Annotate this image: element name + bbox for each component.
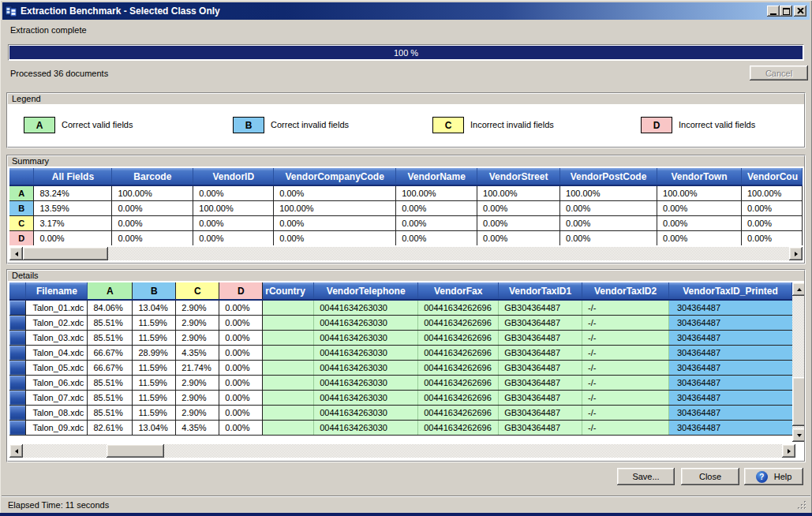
details-cell <box>263 345 314 360</box>
summary-cell: 0.00% <box>560 215 657 230</box>
details-scroll-right-button[interactable] <box>782 444 795 458</box>
details-row: Talon_01.xdc84.06%13.04%2.90%0.00%004416… <box>9 300 792 315</box>
row-selector[interactable] <box>9 300 26 315</box>
details-column-header: rCountry <box>263 282 314 300</box>
summary-scroll-right-button[interactable] <box>789 247 803 260</box>
row-selector[interactable] <box>9 315 26 330</box>
summary-hscrollbar[interactable] <box>9 247 803 260</box>
status-bar: Elapsed Time: 11 seconds <box>2 495 810 512</box>
details-cell: 2.90% <box>176 300 219 315</box>
details-cell: GB304364487 <box>499 360 582 375</box>
summary-cell: 0.00% <box>477 215 560 230</box>
summary-cell: 100.00% <box>193 200 274 215</box>
row-selector[interactable] <box>9 345 26 360</box>
help-button[interactable]: ? Help <box>744 468 803 485</box>
summary-row-key: D <box>9 230 34 245</box>
summary-row: D0.00%0.00%0.00%0.00%0.00%0.00%0.00%0.00… <box>9 230 803 245</box>
details-row: Talon_06.xdc85.51%11.59%2.90%0.00%004416… <box>9 375 792 390</box>
minimize-icon <box>770 13 776 15</box>
legend-swatch-b: B <box>233 117 264 133</box>
summary-cell: 0.00% <box>396 200 477 215</box>
summary-column-header: VendorPostCode <box>560 168 657 185</box>
scroll-down-icon <box>797 434 802 437</box>
details-cell: 304364487 <box>669 315 792 330</box>
details-cell: 4.35% <box>176 420 219 435</box>
scroll-left-icon <box>15 449 18 454</box>
help-button-label: Help <box>774 472 792 481</box>
details-table: FilenameABCDrCountryVendorTelephoneVendo… <box>9 282 792 442</box>
details-vscroll-thumb[interactable] <box>792 377 806 426</box>
summary-cell: 0.00% <box>193 230 274 245</box>
details-cell: 00441634262696 <box>418 420 499 435</box>
summary-cell: 100.00% <box>112 185 193 200</box>
details-cell: 84.06% <box>88 300 133 315</box>
details-cell: GB304364487 <box>499 330 582 345</box>
row-selector[interactable] <box>9 420 26 435</box>
details-cell: 2.90% <box>176 315 219 330</box>
summary-cell: 0.00% <box>477 230 560 245</box>
dialog-window: Extraction Benchmark - Selected Class On… <box>0 0 812 516</box>
summary-cell: 0.00% <box>274 185 396 200</box>
minimize-button[interactable] <box>767 6 780 17</box>
summary-cell: 0.00% <box>396 215 477 230</box>
details-cell: 0.00% <box>219 375 263 390</box>
row-selector[interactable] <box>9 375 26 390</box>
details-cell: Talon_08.xdc <box>26 405 88 420</box>
details-cell: Talon_07.xdc <box>26 390 88 405</box>
summary-cell: 100.00% <box>741 185 802 200</box>
details-cell: 2.90% <box>176 405 219 420</box>
details-cell: Talon_06.xdc <box>26 375 88 390</box>
summary-cell: 0.00% <box>274 230 396 245</box>
details-section: Details FilenameABCDrCountryVendorTeleph… <box>6 269 806 462</box>
details-cell: 00441634263030 <box>314 405 418 420</box>
details-cell: 00441634263030 <box>314 390 418 405</box>
details-column-header: VendorTaxID2 <box>582 282 669 300</box>
scroll-right-icon <box>795 252 798 256</box>
details-cell <box>263 300 314 315</box>
row-selector[interactable] <box>9 330 26 345</box>
help-icon: ? <box>756 471 768 483</box>
details-cell: GB304364487 <box>499 375 582 390</box>
summary-hscroll-thumb[interactable] <box>23 247 108 260</box>
details-cell: -/- <box>582 315 669 330</box>
details-scroll-left-button[interactable] <box>9 444 23 458</box>
summary-column-header: VendorCompanyCode <box>274 168 396 185</box>
details-cell: Talon_09.xdc <box>26 420 88 435</box>
details-hscrollbar[interactable] <box>9 444 795 458</box>
row-selector[interactable] <box>9 360 26 375</box>
details-cell <box>263 405 314 420</box>
details-vscrollbar[interactable] <box>792 282 806 442</box>
legend-swatch-c: C <box>432 117 464 133</box>
details-column-header: VendorTaxID1 <box>499 282 582 300</box>
legend-label: Correct invalid fields <box>271 120 349 129</box>
summary-row: A83.24%100.00%0.00%0.00%100.00%100.00%10… <box>9 185 803 200</box>
details-cell: 0.00% <box>219 345 263 360</box>
details-scroll-down-button[interactable] <box>792 428 806 442</box>
details-hscroll-thumb[interactable] <box>107 444 164 458</box>
details-row: Talon_04.xdc66.67%28.99%4.35%0.00%004416… <box>9 345 792 360</box>
details-scroll-up-button[interactable] <box>792 282 806 296</box>
details-cell: 0.00% <box>219 330 263 345</box>
details-cell: -/- <box>582 360 669 375</box>
details-cell: 11.59% <box>133 405 176 420</box>
close-button[interactable] <box>794 6 806 17</box>
details-section-title: Details <box>12 271 39 280</box>
save-button[interactable]: Save... <box>617 468 675 485</box>
summary-column-header: All Fields <box>34 168 112 185</box>
details-cell: GB304364487 <box>499 390 582 405</box>
cancel-button[interactable]: Cancel <box>750 65 808 80</box>
close-dialog-button[interactable]: Close <box>681 468 739 485</box>
details-row: Talon_08.xdc85.51%11.59%2.90%0.00%004416… <box>9 405 792 420</box>
row-selector[interactable] <box>9 390 26 405</box>
progress-label: 100 % <box>394 48 418 58</box>
summary-cell: 100.00% <box>560 185 657 200</box>
summary-cell: 100.00% <box>274 200 396 215</box>
details-cell: Talon_04.xdc <box>26 345 88 360</box>
maximize-button[interactable] <box>780 6 792 17</box>
summary-cell: 100.00% <box>657 185 742 200</box>
details-cell: 00441634263030 <box>314 315 418 330</box>
summary-scroll-left-button[interactable] <box>9 247 23 260</box>
resize-grip[interactable] <box>796 499 807 510</box>
summary-column-header: VendorTown <box>657 168 742 185</box>
row-selector[interactable] <box>9 405 26 420</box>
